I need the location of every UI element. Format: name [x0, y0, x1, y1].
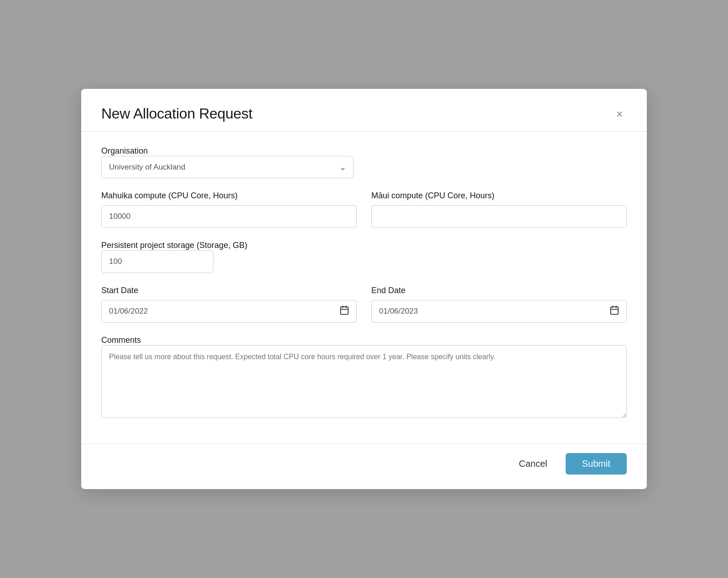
- start-date-group: Start Date: [101, 286, 357, 323]
- storage-section: Persistent project storage (Storage, GB): [101, 241, 354, 273]
- organisation-select-wrapper: University of Auckland ⌄: [101, 156, 354, 178]
- comments-label: Comments: [101, 335, 141, 345]
- maui-compute-group: Māui compute (CPU Core, Hours): [371, 191, 627, 228]
- dialog-footer: Cancel Submit: [81, 444, 647, 489]
- start-date-wrapper: [101, 300, 357, 323]
- comments-section: Comments: [101, 335, 627, 420]
- start-date-input[interactable]: [101, 300, 357, 323]
- cancel-button[interactable]: Cancel: [510, 453, 556, 475]
- organisation-select[interactable]: University of Auckland: [101, 156, 354, 178]
- dialog-title: New Allocation Request: [101, 105, 252, 122]
- dialog-header: New Allocation Request ×: [81, 89, 647, 132]
- organisation-section: Organisation University of Auckland ⌄: [101, 146, 354, 178]
- mahuika-compute-label: Mahuika compute (CPU Core, Hours): [101, 191, 357, 201]
- comments-textarea[interactable]: [101, 345, 627, 418]
- dates-row: Start Date En: [101, 286, 627, 323]
- end-date-input[interactable]: [371, 300, 627, 323]
- mahuika-compute-input[interactable]: [101, 205, 357, 228]
- maui-compute-label: Māui compute (CPU Core, Hours): [371, 191, 627, 201]
- mahuika-compute-group: Mahuika compute (CPU Core, Hours): [101, 191, 357, 228]
- submit-button[interactable]: Submit: [566, 453, 627, 475]
- storage-label: Persistent project storage (Storage, GB): [101, 241, 247, 250]
- end-date-label: End Date: [371, 286, 627, 295]
- storage-input[interactable]: [101, 250, 213, 273]
- dialog-body: Organisation University of Auckland ⌄ Ma…: [81, 132, 647, 444]
- dialog-overlay: New Allocation Request × Organisation Un…: [0, 0, 728, 578]
- close-button[interactable]: ×: [613, 106, 627, 122]
- compute-row: Mahuika compute (CPU Core, Hours) Māui c…: [101, 191, 627, 228]
- new-allocation-dialog: New Allocation Request × Organisation Un…: [81, 89, 647, 489]
- end-date-wrapper: [371, 300, 627, 323]
- end-date-group: End Date: [371, 286, 627, 323]
- organisation-label: Organisation: [101, 146, 148, 155]
- start-date-label: Start Date: [101, 286, 357, 295]
- maui-compute-input[interactable]: [371, 205, 627, 228]
